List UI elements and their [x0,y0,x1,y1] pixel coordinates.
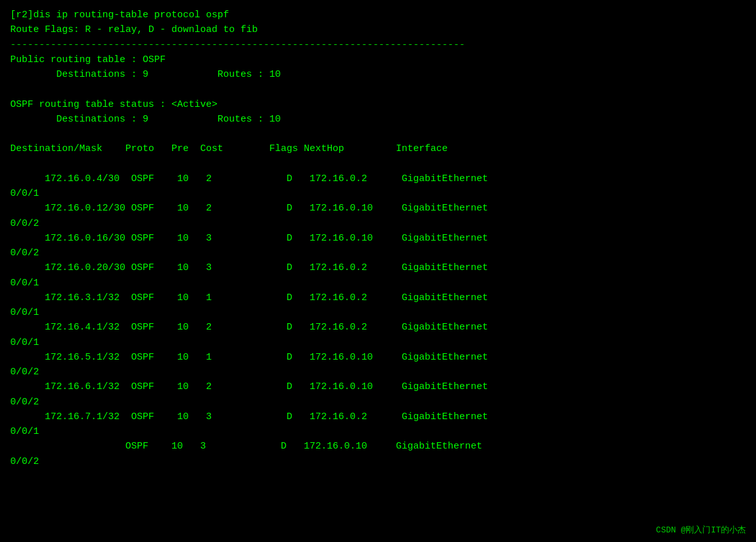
terminal-line: Route Flags: R - relay, D - download to … [10,22,746,37]
terminal-line: 172.16.5.1/32 OSPF 10 1 D 172.16.0.10 Gi… [10,350,746,365]
terminal-line: ----------------------------------------… [10,38,746,52]
empty-line [10,157,746,171]
empty-line [10,82,746,97]
terminal-line: 0/0/1 [10,305,746,320]
terminal-line: 172.16.4.1/32 OSPF 10 2 D 172.16.0.2 Gig… [10,320,746,335]
watermark: CSDN @刚入门IT的小杰 [656,524,746,536]
terminal-line: 172.16.7.1/32 OSPF 10 3 D 172.16.0.2 Gig… [10,410,746,424]
terminal-line: 0/0/2 [10,216,746,231]
terminal-line: OSPF routing table status : <Active> [10,97,746,112]
terminal-line: 172.16.0.16/30 OSPF 10 3 D 172.16.0.10 G… [10,231,746,246]
terminal-line: 0/0/1 [10,186,746,201]
empty-line [10,127,746,141]
terminal-line: 0/0/2 [10,454,746,469]
terminal-line: 172.16.3.1/32 OSPF 10 1 D 172.16.0.2 Gig… [10,291,746,305]
terminal-line: 0/0/1 [10,276,746,291]
terminal-line: 0/0/2 [10,246,746,260]
terminal-line: 172.16.0.12/30 OSPF 10 2 D 172.16.0.10 G… [10,201,746,216]
terminal-line: 0/0/2 [10,395,746,410]
terminal-line: Destinations : 9 Routes : 10 [10,112,746,127]
terminal-line: 172.16.0.20/30 OSPF 10 3 D 172.16.0.2 Gi… [10,260,746,275]
terminal-line: 0/0/1 [10,424,746,439]
terminal-line: Destinations : 9 Routes : 10 [10,67,746,82]
terminal: [r2]dis ip routing-table protocol ospfRo… [0,0,756,542]
terminal-line: 0/0/2 [10,365,746,379]
terminal-line: Destination/Mask Proto Pre Cost Flags Ne… [10,141,746,156]
terminal-line: 0/0/1 [10,335,746,350]
terminal-line: [r2]dis ip routing-table protocol ospf [10,8,746,22]
terminal-line: 172.16.6.1/32 OSPF 10 2 D 172.16.0.10 Gi… [10,379,746,394]
terminal-line: 172.16.0.4/30 OSPF 10 2 D 172.16.0.2 Gig… [10,171,746,186]
terminal-line: Public routing table : OSPF [10,52,746,67]
terminal-line: OSPF 10 3 D 172.16.0.10 GigabitEthernet [10,439,746,454]
